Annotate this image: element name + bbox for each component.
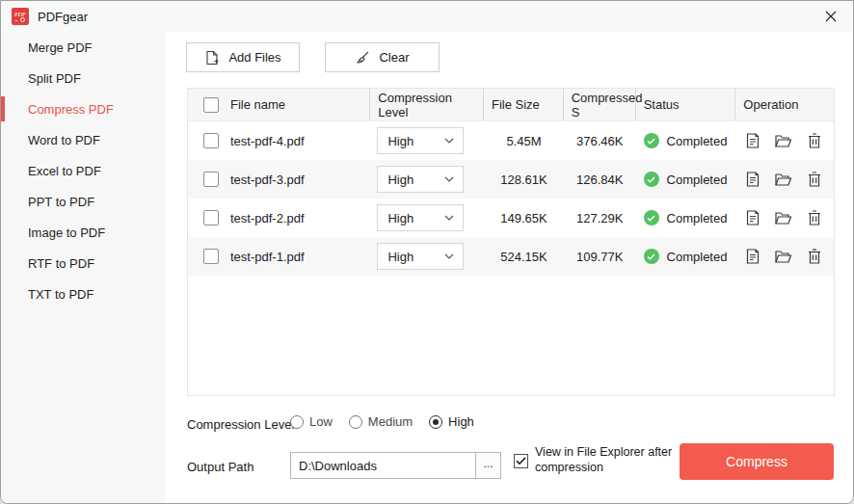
table-row: test-pdf-4.pdf High 5.45M 376.46K Comple…: [188, 121, 834, 160]
compressed-size: 127.29K: [576, 211, 623, 225]
radio-high[interactable]: High: [429, 414, 474, 429]
status-success-icon: [644, 172, 659, 187]
select-value: High: [387, 134, 414, 148]
column-file-size: File Size: [492, 97, 540, 112]
column-status: Status: [644, 97, 680, 112]
delete-icon[interactable]: [805, 248, 823, 266]
radio-circle-icon: [290, 415, 304, 429]
compressed-size: 126.84K: [576, 172, 623, 187]
file-name: test-pdf-3.pdf: [230, 172, 305, 187]
delete-icon[interactable]: [805, 132, 823, 150]
status-success-icon: [644, 133, 659, 148]
add-files-button[interactable]: Add Files: [186, 42, 300, 72]
add-file-icon: [204, 50, 220, 66]
files-table: File name Compression Level File Size Co…: [187, 88, 835, 396]
view-file-icon[interactable]: [743, 132, 761, 150]
view-in-explorer-label: View in File Explorer after compression: [535, 444, 684, 475]
open-folder-icon[interactable]: [774, 209, 792, 227]
status-text: Completed: [667, 172, 728, 187]
file-name: test-pdf-1.pdf: [230, 250, 305, 264]
radio-high-label: High: [448, 414, 474, 429]
sidebar-item-rtf-to-pdf[interactable]: RTF to PDF: [1, 248, 165, 279]
sidebar-item-merge-pdf[interactable]: Merge PDF: [1, 32, 165, 63]
clear-button[interactable]: Clear: [325, 42, 440, 72]
chevron-down-icon: [444, 215, 454, 221]
file-name: test-pdf-2.pdf: [230, 211, 305, 225]
row-checkbox[interactable]: [203, 210, 219, 225]
pdfgear-logo-icon: PDF: [12, 8, 29, 25]
view-file-icon[interactable]: [743, 209, 761, 227]
open-folder-icon[interactable]: [774, 248, 792, 266]
compressed-size: 376.46K: [576, 134, 623, 148]
main-panel: Add Files Clear File name Compression Le…: [165, 32, 853, 503]
sidebar-item-ppt-to-pdf[interactable]: PPT to PDF: [1, 186, 165, 217]
select-value: High: [387, 172, 414, 187]
compression-level-select[interactable]: High: [377, 243, 464, 270]
title-bar: PDF PDFgear: [1, 1, 853, 32]
compression-level-select[interactable]: High: [377, 204, 464, 231]
radio-circle-icon: [349, 415, 362, 429]
file-size: 524.15K: [500, 250, 547, 264]
select-value: High: [387, 250, 414, 264]
compression-level-select[interactable]: High: [377, 166, 464, 193]
table-row: test-pdf-3.pdf High 128.61K 126.84K Comp…: [188, 160, 834, 199]
status-success-icon: [644, 249, 659, 264]
sidebar-item-txt-to-pdf[interactable]: TXT to PDF: [1, 279, 165, 309]
column-file-name: File name: [230, 97, 285, 112]
radio-medium[interactable]: Medium: [349, 414, 413, 429]
open-folder-icon[interactable]: [774, 171, 792, 189]
view-file-icon[interactable]: [743, 171, 761, 189]
view-file-icon[interactable]: [743, 248, 761, 266]
radio-medium-label: Medium: [368, 414, 413, 429]
sidebar-item-split-pdf[interactable]: Split PDF: [1, 63, 165, 93]
radio-low-label: Low: [309, 414, 333, 429]
column-operation: Operation: [743, 97, 798, 112]
column-compression-level: Compression Level: [378, 91, 483, 119]
chevron-down-icon: [444, 176, 454, 182]
compression-level-label: Compression Level: [187, 417, 294, 432]
row-checkbox[interactable]: [203, 172, 219, 187]
delete-icon[interactable]: [805, 171, 823, 189]
add-files-label: Add Files: [228, 50, 280, 65]
output-path-label: Output Path: [187, 460, 254, 474]
status-text: Completed: [667, 250, 728, 264]
delete-icon[interactable]: [805, 209, 823, 227]
sidebar-item-compress-pdf[interactable]: Compress PDF: [1, 93, 165, 124]
status-text: Completed: [667, 134, 728, 148]
column-compressed-size: Compressed S: [572, 91, 643, 119]
radio-circle-icon: [429, 415, 442, 429]
sidebar-item-excel-to-pdf[interactable]: Excel to PDF: [1, 155, 165, 186]
table-header: File name Compression Level File Size Co…: [188, 89, 834, 121]
table-row: test-pdf-1.pdf High 524.15K 109.77K Comp…: [188, 237, 834, 276]
chevron-down-icon: [444, 138, 454, 144]
sidebar: Merge PDF Split PDF Compress PDF Word to…: [1, 32, 165, 503]
compression-level-radios: Low Medium High: [290, 414, 474, 429]
file-name: test-pdf-4.pdf: [230, 134, 305, 148]
file-size: 149.65K: [500, 211, 547, 225]
compressed-size: 109.77K: [576, 250, 623, 264]
output-path-input[interactable]: [290, 452, 476, 479]
view-in-explorer-checkbox[interactable]: [514, 454, 528, 468]
pdfgear-window: PDF PDFgear Merge PDF Split PDF Compress…: [0, 0, 854, 504]
status-success-icon: [644, 210, 659, 225]
row-checkbox[interactable]: [203, 249, 219, 264]
window-title: PDFgear: [38, 10, 88, 24]
broom-icon: [355, 50, 370, 66]
open-folder-icon[interactable]: [774, 132, 792, 150]
browse-button[interactable]: ...: [475, 452, 501, 479]
status-text: Completed: [667, 211, 728, 225]
clear-label: Clear: [379, 50, 409, 65]
sidebar-item-image-to-pdf[interactable]: Image to PDF: [1, 217, 165, 248]
row-checkbox[interactable]: [203, 133, 219, 148]
table-row: test-pdf-2.pdf High 149.65K 127.29K Comp…: [188, 199, 834, 237]
compression-level-select[interactable]: High: [377, 127, 464, 154]
close-icon[interactable]: [809, 1, 853, 32]
file-size: 5.45M: [506, 134, 541, 148]
select-all-checkbox[interactable]: [203, 97, 219, 113]
radio-low[interactable]: Low: [290, 414, 333, 429]
sidebar-item-word-to-pdf[interactable]: Word to PDF: [1, 124, 165, 155]
compress-button[interactable]: Compress: [680, 443, 834, 480]
chevron-down-icon: [444, 253, 454, 259]
file-size: 128.61K: [500, 172, 547, 187]
select-value: High: [387, 211, 414, 225]
